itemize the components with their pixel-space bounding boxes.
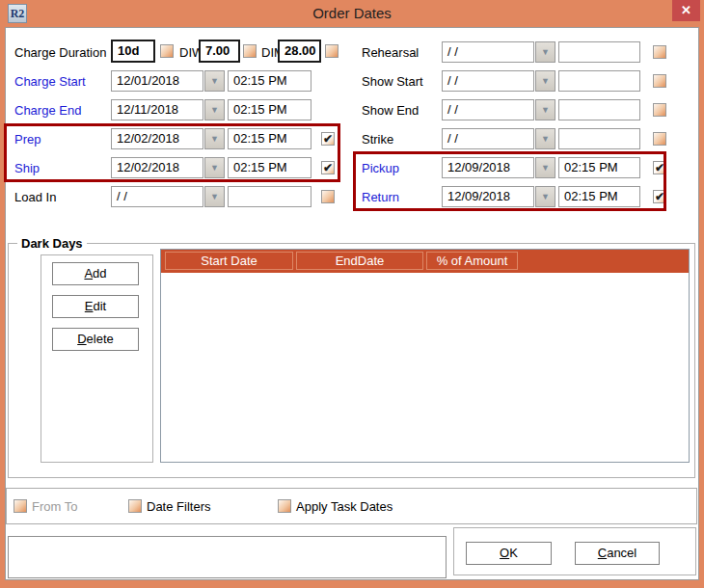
rehearsal-label: Rehearsal [362, 45, 419, 60]
from-to-label: From To [32, 499, 77, 514]
return-label: Return [362, 190, 399, 204]
dark-days-button-panel [41, 254, 153, 463]
pickup-time-input[interactable]: 02:15 PM [558, 157, 640, 178]
strike-dropdown-icon[interactable]: ▼ [535, 128, 555, 149]
return-dropdown-icon[interactable]: ▼ [535, 186, 555, 207]
charge-start-date-input[interactable]: 12/01/2018 [111, 70, 203, 92]
charge-end-dropdown-icon[interactable]: ▼ [204, 99, 225, 120]
charge-end-time-input[interactable]: 02:15 PM [228, 99, 311, 120]
date-filters-checkbox[interactable] [128, 499, 142, 513]
ok-button[interactable]: OK [466, 542, 552, 565]
charge-start-time-input[interactable]: 02:15 PM [228, 70, 311, 92]
ship-dropdown-icon[interactable]: ▼ [204, 157, 225, 178]
load-in-dropdown-icon[interactable]: ▼ [204, 186, 225, 207]
column-header-pct-amount[interactable]: % of Amount [426, 252, 518, 270]
dark-days-table-header: Start Date EndDate % of Amount [161, 250, 689, 273]
show-end-dropdown-icon[interactable]: ▼ [535, 99, 555, 120]
show-end-date-input[interactable]: / / [442, 99, 534, 120]
comment-input[interactable] [8, 536, 447, 578]
show-end-checkbox[interactable] [653, 103, 666, 117]
pickup-date-input[interactable]: 12/09/2018 [442, 157, 534, 178]
date-filters-label: Date Filters [147, 499, 210, 514]
cancel-button[interactable]: Cancel [575, 542, 660, 565]
rehearsal-time-input[interactable] [558, 41, 640, 63]
prep-label: Prep [14, 132, 41, 147]
delete-button-mnemonic: D [77, 332, 86, 346]
show-start-dropdown-icon[interactable]: ▼ [535, 70, 555, 92]
pickup-label: Pickup [362, 161, 399, 175]
load-in-time-input[interactable] [228, 186, 311, 207]
load-in-checkbox[interactable] [321, 190, 335, 203]
charge-end-label: Charge End [14, 103, 81, 118]
rehearsal-date-input[interactable]: / / [442, 41, 534, 63]
order-dates-dialog: R2 Order Dates ✕ Charge Duration 10d DIW… [0, 0, 704, 588]
ship-checkbox[interactable]: ✔ [321, 161, 335, 174]
dim-input[interactable]: 28.00 [278, 40, 321, 63]
charge-duration-input[interactable]: 10d [111, 40, 155, 63]
show-start-time-input[interactable] [558, 70, 640, 92]
load-in-date-input[interactable]: / / [111, 186, 203, 207]
delete-button[interactable]: Delete [52, 328, 139, 351]
charge-duration-checkbox[interactable] [160, 44, 174, 58]
apply-task-dates-label: Apply Task Dates [296, 499, 393, 514]
return-time-input[interactable]: 02:15 PM [558, 186, 640, 207]
prep-checkbox[interactable]: ✔ [321, 132, 335, 146]
add-button-mnemonic: A [84, 266, 93, 281]
pickup-dropdown-icon[interactable]: ▼ [535, 157, 555, 178]
edit-button[interactable]: Edit [52, 295, 139, 318]
cancel-button-mnemonic: C [598, 546, 607, 560]
close-button[interactable]: ✕ [672, 0, 700, 21]
cancel-button-label: ancel [607, 546, 636, 560]
ship-time-input[interactable]: 02:15 PM [228, 157, 311, 178]
show-end-time-input[interactable] [558, 99, 640, 120]
from-to-checkbox[interactable] [14, 499, 27, 513]
strike-date-input[interactable]: / / [442, 128, 534, 149]
ship-date-input[interactable]: 12/02/2018 [111, 157, 203, 178]
dim-checkbox[interactable] [325, 44, 338, 58]
show-start-label: Show Start [362, 74, 423, 89]
prep-dropdown-icon[interactable]: ▼ [204, 128, 225, 149]
prep-time-input[interactable]: 02:15 PM [228, 128, 311, 149]
pickup-checkbox[interactable]: ✔ [653, 161, 666, 174]
prep-date-input[interactable]: 12/02/2018 [111, 128, 203, 149]
dialog-title: Order Dates [0, 0, 704, 27]
charge-duration-label: Charge Duration [14, 45, 106, 60]
add-button-label: dd [93, 266, 106, 281]
show-start-checkbox[interactable] [653, 74, 666, 88]
strike-checkbox[interactable] [653, 132, 666, 146]
load-in-label: Load In [14, 190, 56, 204]
diw-input[interactable]: 7.00 [199, 40, 240, 63]
add-button[interactable]: Add [52, 262, 139, 285]
title-bar[interactable]: R2 Order Dates ✕ [0, 0, 704, 27]
rehearsal-dropdown-icon[interactable]: ▼ [535, 41, 555, 63]
charge-start-label: Charge Start [14, 74, 86, 89]
column-header-end-date[interactable]: EndDate [296, 252, 423, 270]
column-header-start-date[interactable]: Start Date [165, 252, 293, 270]
dark-days-title: Dark Days [17, 236, 87, 251]
apply-task-dates-checkbox[interactable] [278, 499, 291, 513]
return-checkbox[interactable]: ✔ [653, 190, 666, 203]
rehearsal-checkbox[interactable] [653, 45, 666, 59]
ok-button-mnemonic: O [500, 546, 509, 560]
charge-start-dropdown-icon[interactable]: ▼ [204, 70, 225, 92]
return-date-input[interactable]: 12/09/2018 [442, 186, 534, 207]
show-start-date-input[interactable]: / / [442, 70, 534, 92]
diw-checkbox[interactable] [243, 44, 257, 58]
strike-time-input[interactable] [558, 128, 640, 149]
edit-button-label: dit [93, 299, 106, 313]
strike-label: Strike [362, 132, 393, 147]
delete-button-label: elete [87, 332, 114, 346]
dark-days-table[interactable]: Start Date EndDate % of Amount [160, 249, 690, 463]
show-end-label: Show End [362, 103, 419, 118]
ship-label: Ship [14, 161, 40, 175]
charge-end-date-input[interactable]: 12/11/2018 [111, 99, 203, 120]
ok-button-label: K [509, 546, 518, 560]
